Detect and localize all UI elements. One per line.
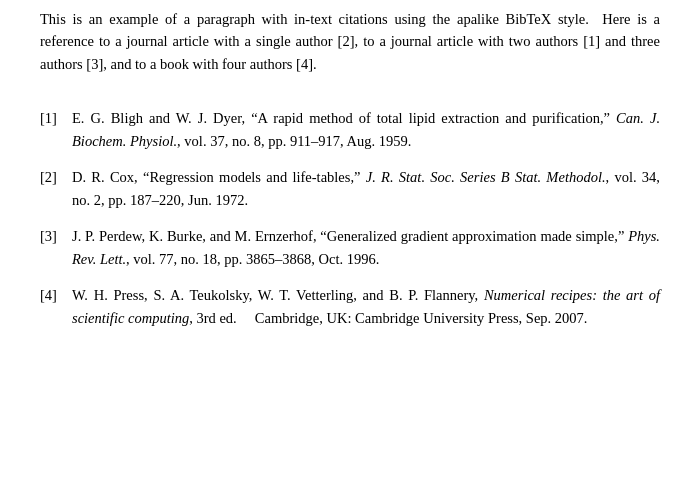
- ref-3-journal: Phys. Rev. Lett.: [72, 228, 660, 266]
- paragraph-text: This is an example of a paragraph with i…: [40, 8, 660, 75]
- ref-2-journal: J. R. Stat. Soc. Series B Stat. Methodol…: [366, 169, 606, 185]
- ref-content-3: J. P. Perdew, K. Burke, and M. Ernzerhof…: [72, 225, 660, 270]
- ref-content-2: D. R. Cox, “Regression models and life-t…: [72, 166, 660, 211]
- ref-label-4: [4]: [40, 284, 72, 306]
- ref-content-4: W. H. Press, S. A. Teukolsky, W. T. Vett…: [72, 284, 660, 329]
- reference-item-4: [4] W. H. Press, S. A. Teukolsky, W. T. …: [40, 284, 660, 329]
- ref-content-1: E. G. Bligh and W. J. Dyer, “A rapid met…: [72, 107, 660, 152]
- main-content: This is an example of a paragraph with i…: [40, 8, 660, 329]
- ref-1-journal: Can. J. Biochem. Physiol.: [72, 110, 660, 148]
- ref-4-title: Numerical recipes: the art of scientific…: [72, 287, 660, 325]
- ref-label-1: [1]: [40, 107, 72, 129]
- references-section: [1] E. G. Bligh and W. J. Dyer, “A rapid…: [40, 107, 660, 329]
- reference-item-3: [3] J. P. Perdew, K. Burke, and M. Ernze…: [40, 225, 660, 270]
- ref-label-3: [3]: [40, 225, 72, 247]
- reference-item-2: [2] D. R. Cox, “Regression models and li…: [40, 166, 660, 211]
- ref-label-2: [2]: [40, 166, 72, 188]
- reference-item-1: [1] E. G. Bligh and W. J. Dyer, “A rapid…: [40, 107, 660, 152]
- intro-paragraph: This is an example of a paragraph with i…: [40, 8, 660, 75]
